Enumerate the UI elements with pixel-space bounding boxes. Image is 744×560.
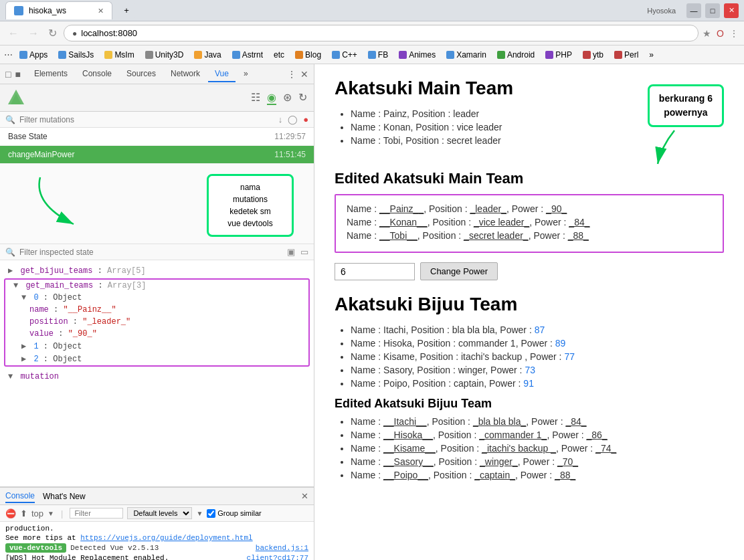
devtools-more-icon[interactable]: ⋮ bbox=[287, 69, 296, 80]
tree-type: Array[5] bbox=[107, 266, 146, 276]
bookmark-xamarin[interactable]: Xamarin bbox=[442, 49, 490, 61]
tab-title: hisoka_ws bbox=[29, 6, 66, 15]
tab-elements[interactable]: Elements bbox=[27, 66, 74, 82]
bookmark-sailsjs[interactable]: SailsJs bbox=[54, 49, 98, 61]
browser-tab[interactable]: hisoka_ws ✕ bbox=[5, 1, 112, 19]
console-dropdown-icon[interactable]: ▼ bbox=[48, 510, 54, 517]
new-tab-btn[interactable]: + bbox=[116, 3, 136, 18]
tree-value-field[interactable]: value : "_90_" bbox=[5, 328, 308, 340]
bookmark-favicon bbox=[368, 51, 376, 59]
bookmark-label: Blog bbox=[305, 50, 321, 60]
bookmark-mslm[interactable]: MsIm bbox=[100, 49, 138, 61]
bookmark-perl[interactable]: Perl bbox=[610, 49, 642, 61]
console-clear-icon[interactable]: ⛔ bbox=[5, 508, 16, 519]
edited-bijuu-title: Edited Akatsuki Bijuu Team bbox=[335, 397, 724, 411]
tab-sources[interactable]: Sources bbox=[120, 66, 163, 82]
group-similar-checkbox[interactable] bbox=[207, 509, 215, 518]
console-close-btn[interactable]: ✕ bbox=[301, 491, 308, 501]
tree-colon: : Object bbox=[43, 342, 82, 351]
bookmark-favicon bbox=[614, 51, 622, 59]
vue-vuex-icon[interactable]: ⊛ bbox=[283, 91, 292, 105]
star-icon[interactable]: ★ bbox=[703, 28, 711, 39]
refresh-btn[interactable]: ↻ bbox=[45, 25, 60, 41]
bookmark-etc[interactable]: etc bbox=[270, 49, 288, 61]
opera-icon[interactable]: O bbox=[717, 28, 724, 39]
bookmark-apps[interactable]: Apps bbox=[15, 49, 52, 61]
timer-icon[interactable]: ◯ bbox=[288, 114, 298, 124]
tree-mutation-footer[interactable]: ▼ mutation bbox=[0, 371, 314, 383]
group-similar-label[interactable]: Group similar bbox=[207, 509, 261, 518]
tree-obj-0[interactable]: ▼ 0 : Object bbox=[5, 292, 308, 304]
search-icon: 🔍 bbox=[5, 115, 15, 124]
filter-state-input[interactable] bbox=[19, 248, 283, 257]
minimize-btn[interactable]: — bbox=[686, 3, 701, 18]
mutation-item-base[interactable]: Base State 11:29:57 bbox=[0, 128, 314, 146]
download-icon[interactable]: ↓ bbox=[278, 114, 283, 124]
bookmark-ytb[interactable]: ytb bbox=[579, 49, 608, 61]
copy-icon[interactable]: ▣ bbox=[287, 247, 295, 257]
bookmark-android[interactable]: Android bbox=[493, 49, 539, 61]
bookmark-cpp[interactable]: C++ bbox=[328, 49, 361, 61]
address-input[interactable]: ● localhost:8080 bbox=[64, 25, 699, 41]
menu-icon[interactable]: ⋮ bbox=[729, 28, 739, 39]
console-dropdown2-icon[interactable]: ▼ bbox=[196, 510, 203, 517]
close-btn[interactable]: ✕ bbox=[724, 3, 739, 18]
back-btn[interactable]: ← bbox=[5, 26, 21, 41]
tab-network[interactable]: Network bbox=[164, 66, 207, 82]
bookmark-blog[interactable]: Blog bbox=[291, 49, 325, 61]
console-toolbar: ⛔ ⬆ top ▼ | Default levels ▼ Group simil… bbox=[0, 505, 314, 522]
expand-icon[interactable]: ▭ bbox=[300, 247, 308, 257]
window-controls: Hyosoka — □ ✕ bbox=[640, 3, 739, 18]
record-icon[interactable]: ● bbox=[303, 114, 308, 124]
devtools-undock-icon[interactable]: □ bbox=[5, 69, 11, 80]
bookmark-label: Android bbox=[507, 50, 535, 60]
bookmark-favicon bbox=[446, 51, 454, 59]
berkurang-arrow bbox=[654, 127, 694, 167]
tree-name-field[interactable]: name : "__Painz__" bbox=[5, 304, 308, 316]
tab-console[interactable]: Console bbox=[76, 66, 118, 82]
console-level-select[interactable]: Default levels bbox=[127, 507, 192, 519]
devtools-close-icon[interactable]: ✕ bbox=[300, 69, 308, 80]
bookmark-fb[interactable]: FB bbox=[364, 49, 392, 61]
vue-components-icon[interactable]: ☷ bbox=[251, 91, 260, 105]
berkurang-annotation: berkurang 6powernya bbox=[648, 84, 724, 167]
client-link[interactable]: client?cd17:77 bbox=[247, 554, 308, 560]
content-panel: Akatsuki Main Team Name : Painz, Positio… bbox=[314, 64, 744, 560]
devtools-tabs: □ ■ Elements Console Sources Network Vue… bbox=[0, 64, 314, 84]
filter-mutations-input[interactable] bbox=[19, 115, 274, 124]
forward-btn[interactable]: → bbox=[25, 26, 41, 41]
tree-obj-1[interactable]: ▶ 1 : Object bbox=[5, 340, 308, 353]
maximize-btn[interactable]: □ bbox=[705, 3, 720, 18]
bookmark-animes[interactable]: Animes bbox=[395, 49, 440, 61]
tree-obj-2[interactable]: ▶ 2 : Object bbox=[5, 353, 308, 365]
vue-history-icon[interactable]: ◉ bbox=[267, 91, 276, 105]
tree-position-field[interactable]: position : "_leader_" bbox=[5, 316, 308, 328]
tab-close-btn[interactable]: ✕ bbox=[98, 7, 104, 15]
apps-icon[interactable]: ⋯ bbox=[4, 50, 13, 60]
change-power-btn[interactable]: Change Power bbox=[420, 262, 498, 280]
console-top-icon[interactable]: ⬆ bbox=[20, 508, 27, 519]
devtools-dock-icon[interactable]: ■ bbox=[15, 69, 20, 80]
tree-bijuu-teams[interactable]: ▶ get_bijuu_teams : Array[5] bbox=[0, 264, 314, 277]
top-section: Akatsuki Main Team Name : Painz, Positio… bbox=[335, 78, 724, 167]
console-content: production. See more tips at https://vue… bbox=[0, 522, 314, 560]
tab-vue[interactable]: Vue bbox=[208, 66, 236, 82]
bookmark-java[interactable]: Java bbox=[190, 49, 225, 61]
bookmark-astrnt[interactable]: Astrnt bbox=[228, 49, 267, 61]
tab-more[interactable]: » bbox=[237, 66, 255, 82]
tab-console-bottom[interactable]: Console bbox=[5, 490, 35, 503]
power-input[interactable] bbox=[335, 263, 415, 280]
backend-link[interactable]: backend.js:1 bbox=[256, 544, 308, 552]
tree-main-teams[interactable]: ▼ get_main_teams : Array[3] bbox=[5, 280, 308, 292]
tab-whats-new[interactable]: What's New bbox=[43, 490, 86, 502]
vue-refresh-icon[interactable]: ↻ bbox=[298, 91, 307, 105]
state-tree[interactable]: ▶ get_bijuu_teams : Array[5] ▼ get_main_… bbox=[0, 260, 314, 486]
console-bottom-icon[interactable]: top bbox=[31, 508, 43, 519]
bookmark-favicon bbox=[194, 51, 202, 59]
bookmark-unity3d[interactable]: Unity3D bbox=[141, 49, 188, 61]
mutation-item-changeMainPower[interactable]: changeMainPower 11:51:45 bbox=[0, 146, 314, 164]
bookmark-php[interactable]: PHP bbox=[541, 49, 576, 61]
console-link-deployment[interactable]: https://vuejs.org/guide/deployment.html bbox=[80, 534, 252, 542]
console-filter-input[interactable] bbox=[70, 508, 123, 519]
bookmark-more[interactable]: » bbox=[645, 49, 658, 61]
